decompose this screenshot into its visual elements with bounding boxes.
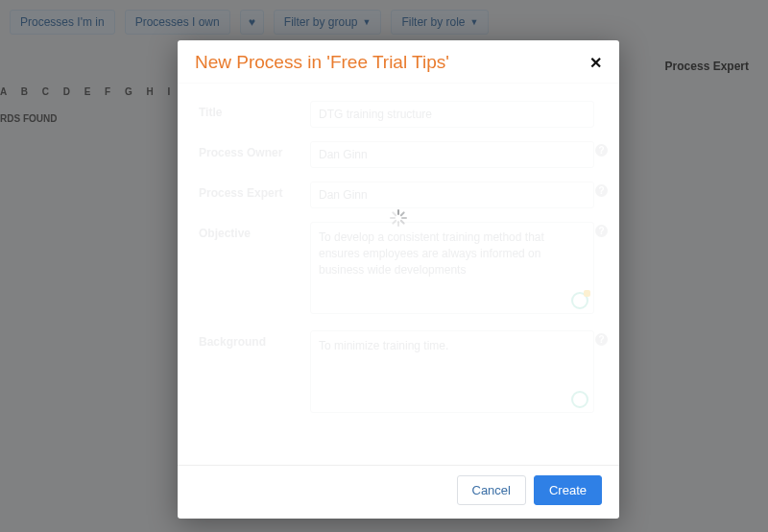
process-expert-input[interactable]	[310, 181, 594, 208]
modal-header: New Process in 'Free Trial Tips' ✕	[178, 40, 619, 84]
label-process-owner: Process Owner	[199, 141, 297, 159]
help-icon[interactable]: ?	[595, 225, 608, 237]
close-button[interactable]: ✕	[589, 54, 602, 72]
objective-textarea[interactable]	[310, 222, 594, 314]
label-title: Title	[199, 101, 297, 119]
grammar-badge-icon[interactable]	[571, 391, 588, 408]
grammar-badge-icon[interactable]	[571, 292, 588, 309]
process-owner-input[interactable]	[310, 141, 594, 168]
help-icon[interactable]: ?	[595, 144, 608, 157]
label-background: Background	[199, 330, 297, 349]
help-icon[interactable]: ?	[595, 333, 608, 346]
background-textarea[interactable]	[310, 330, 594, 413]
modal-title: New Process in 'Free Trial Tips'	[195, 52, 449, 73]
label-objective: Objective	[199, 222, 297, 240]
modal-footer: Cancel Create	[178, 465, 619, 519]
title-input[interactable]	[310, 101, 594, 128]
cancel-button[interactable]: Cancel	[457, 475, 526, 505]
modal-body: Title Process Owner ? Process Expert ? O…	[178, 84, 619, 465]
label-process-expert: Process Expert	[199, 181, 297, 200]
help-icon[interactable]: ?	[595, 184, 608, 197]
create-button[interactable]: Create	[534, 475, 602, 505]
new-process-modal: New Process in 'Free Trial Tips' ✕ Title…	[178, 40, 619, 519]
close-icon: ✕	[589, 55, 602, 71]
